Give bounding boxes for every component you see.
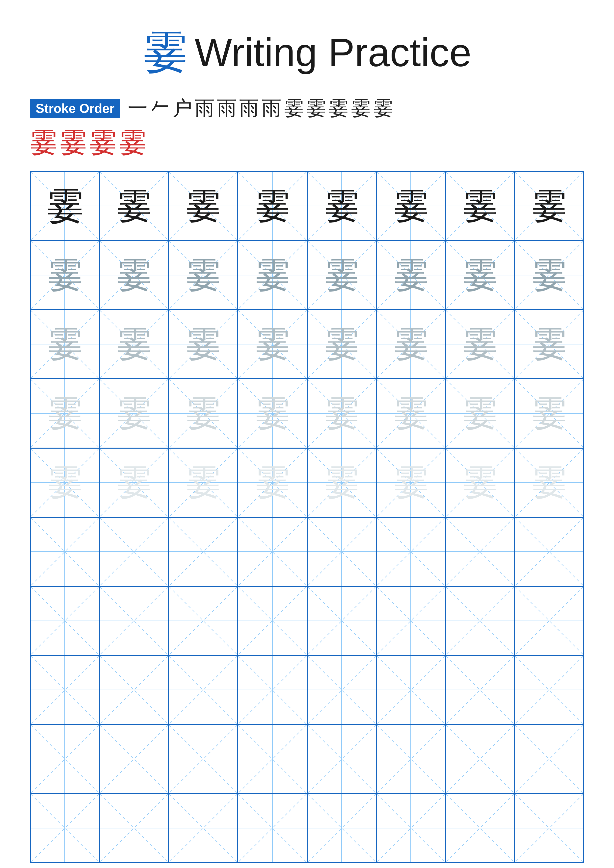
grid-cell-4-2[interactable]: 霎	[169, 448, 238, 517]
grid-cell-2-7[interactable]: 霎	[515, 310, 584, 379]
grid-cell-4-0[interactable]: 霎	[30, 448, 99, 517]
grid-cell-0-5[interactable]: 霎	[376, 172, 445, 240]
grid-cell-5-3[interactable]	[238, 517, 307, 586]
svg-line-85	[169, 518, 237, 586]
grid-cell-3-3[interactable]: 霎	[238, 379, 307, 448]
grid-cell-8-0[interactable]	[30, 724, 99, 794]
svg-line-93	[446, 518, 514, 586]
stroke-step-3: 户	[173, 95, 192, 122]
grid-cell-1-3[interactable]: 霎	[238, 240, 307, 310]
svg-line-124	[446, 656, 514, 724]
grid-cell-4-1[interactable]: 霎	[99, 448, 168, 517]
grid-cell-9-0[interactable]	[30, 794, 99, 863]
grid-cell-2-3[interactable]: 霎	[238, 310, 307, 379]
svg-line-112	[31, 656, 99, 724]
grid-cell-9-1[interactable]	[99, 794, 168, 863]
grid-cell-3-0[interactable]: 霎	[30, 379, 99, 448]
grid-cell-8-6[interactable]	[445, 724, 515, 794]
grid-row-6	[30, 586, 584, 655]
grid-cell-1-5[interactable]: 霎	[376, 240, 445, 310]
grid-cell-3-7[interactable]: 霎	[515, 379, 584, 448]
stroke-row2-char-3: 霎	[89, 124, 117, 161]
grid-cell-6-0[interactable]	[30, 586, 99, 655]
grid-cell-5-7[interactable]	[515, 517, 584, 586]
grid-cell-7-6[interactable]	[445, 656, 515, 724]
grid-cell-4-6[interactable]: 霎	[445, 448, 515, 517]
grid-cell-4-4[interactable]: 霎	[307, 448, 376, 517]
grid-cell-2-4[interactable]: 霎	[307, 310, 376, 379]
grid-cell-5-0[interactable]	[30, 517, 99, 586]
grid-cell-5-4[interactable]	[307, 517, 376, 586]
grid-cell-1-6[interactable]: 霎	[445, 240, 515, 310]
grid-cell-0-2[interactable]: 霎	[169, 172, 238, 240]
grid-cell-9-3[interactable]	[238, 794, 307, 863]
grid-cell-7-0[interactable]	[30, 656, 99, 724]
grid-cell-2-1[interactable]: 霎	[99, 310, 168, 379]
grid-cell-7-1[interactable]	[99, 656, 168, 724]
svg-line-141	[446, 725, 514, 793]
grid-cell-0-4[interactable]: 霎	[307, 172, 376, 240]
grid-cell-8-7[interactable]	[515, 724, 584, 794]
grid-cell-3-5[interactable]: 霎	[376, 379, 445, 448]
grid-cell-3-6[interactable]: 霎	[445, 379, 515, 448]
stroke-step-10: 霎	[328, 95, 348, 122]
grid-cell-4-3[interactable]: 霎	[238, 448, 307, 517]
grid-cell-1-2[interactable]: 霎	[169, 240, 238, 310]
grid-cell-7-2[interactable]	[169, 656, 238, 724]
svg-line-135	[238, 725, 306, 793]
grid-cell-1-1[interactable]: 霎	[99, 240, 168, 310]
svg-line-107	[377, 587, 445, 655]
grid-cell-0-6[interactable]: 霎	[445, 172, 515, 240]
grid-cell-8-3[interactable]	[238, 724, 307, 794]
page: 霎 Writing Practice Stroke Order 一 𠂉 户 雨 …	[0, 0, 614, 868]
grid-cell-6-7[interactable]	[515, 586, 584, 655]
grid-cell-0-0[interactable]: 霎	[30, 172, 99, 240]
grid-cell-7-3[interactable]	[238, 656, 307, 724]
grid-cell-4-5[interactable]: 霎	[376, 448, 445, 517]
grid-cell-3-4[interactable]: 霎	[307, 379, 376, 448]
svg-line-149	[169, 794, 237, 862]
grid-cell-2-2[interactable]: 霎	[169, 310, 238, 379]
grid-cell-1-0[interactable]: 霎	[30, 240, 99, 310]
grid-cell-8-5[interactable]	[376, 724, 445, 794]
grid-cell-9-2[interactable]	[169, 794, 238, 863]
grid-cell-5-5[interactable]	[376, 517, 445, 586]
grid-cell-6-6[interactable]	[445, 586, 515, 655]
grid-cell-9-6[interactable]	[445, 794, 515, 863]
grid-cell-6-5[interactable]	[376, 586, 445, 655]
svg-line-153	[308, 794, 376, 862]
grid-cell-6-3[interactable]	[238, 586, 307, 655]
grid-cell-2-5[interactable]: 霎	[376, 310, 445, 379]
svg-line-146	[100, 794, 168, 862]
grid-cell-9-4[interactable]	[307, 794, 376, 863]
grid-cell-7-7[interactable]	[515, 656, 584, 724]
grid-cell-7-4[interactable]	[307, 656, 376, 724]
grid-cell-4-7[interactable]: 霎	[515, 448, 584, 517]
grid-cell-1-7[interactable]: 霎	[515, 240, 584, 310]
svg-line-134	[238, 725, 306, 793]
grid-cell-6-2[interactable]	[169, 586, 238, 655]
grid-cell-7-5[interactable]	[376, 656, 445, 724]
grid-cell-2-0[interactable]: 霎	[30, 310, 99, 379]
grid-cell-5-6[interactable]	[445, 517, 515, 586]
grid-cell-2-6[interactable]: 霎	[445, 310, 515, 379]
grid-cell-3-2[interactable]: 霎	[169, 379, 238, 448]
grid-cell-5-2[interactable]	[169, 517, 238, 586]
grid-cell-9-7[interactable]	[515, 794, 584, 863]
grid-cell-8-4[interactable]	[307, 724, 376, 794]
grid-cell-3-1[interactable]: 霎	[99, 379, 168, 448]
grid-cell-8-2[interactable]	[169, 724, 238, 794]
svg-line-118	[238, 656, 306, 724]
grid-cell-8-1[interactable]	[99, 724, 168, 794]
grid-cell-0-1[interactable]: 霎	[99, 172, 168, 240]
grid-cell-9-5[interactable]	[376, 794, 445, 863]
grid-cell-6-4[interactable]	[307, 586, 376, 655]
stroke-step-12: 霎	[373, 95, 393, 122]
grid-cell-1-4[interactable]: 霎	[307, 240, 376, 310]
grid-cell-5-1[interactable]	[99, 517, 168, 586]
svg-line-91	[377, 518, 445, 586]
grid-cell-0-7[interactable]: 霎	[515, 172, 584, 240]
grid-row-9	[30, 794, 584, 863]
grid-cell-6-1[interactable]	[99, 586, 168, 655]
grid-cell-0-3[interactable]: 霎	[238, 172, 307, 240]
